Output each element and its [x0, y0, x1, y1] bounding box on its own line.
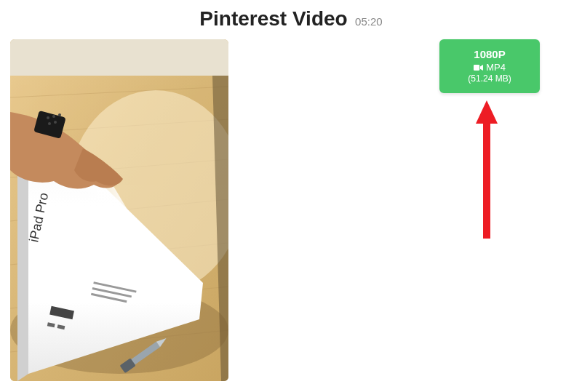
svg-rect-19: [474, 65, 479, 71]
svg-point-13: [58, 113, 61, 116]
svg-marker-21: [476, 100, 498, 239]
video-thumbnail[interactable]: iPad Pro: [10, 39, 228, 381]
svg-point-11: [47, 116, 49, 119]
svg-marker-20: [480, 65, 483, 71]
video-camera-icon: [474, 64, 483, 71]
format-label: MP4: [486, 62, 506, 74]
svg-point-12: [52, 115, 55, 118]
svg-rect-0: [10, 39, 228, 79]
annotation-arrow: [476, 100, 498, 239]
download-button[interactable]: 1080P MP4 (51.24 MB): [439, 39, 540, 93]
svg-point-15: [54, 121, 57, 124]
format-row: MP4: [445, 62, 534, 74]
svg-point-14: [48, 122, 51, 125]
page-header: Pinterest Video 05:20: [0, 0, 582, 39]
filesize-label: (51.24 MB): [445, 73, 534, 85]
resolution-label: 1080P: [445, 47, 534, 62]
video-duration: 05:20: [355, 15, 383, 28]
page-title: Pinterest Video: [199, 7, 347, 30]
